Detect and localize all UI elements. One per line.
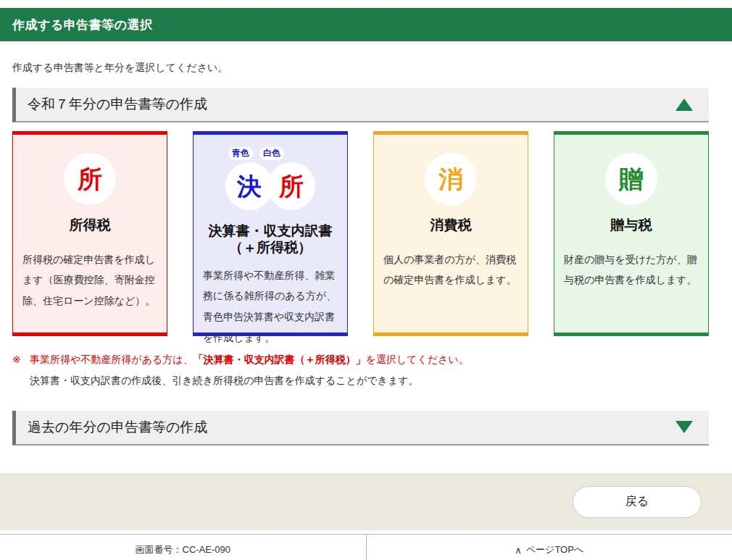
page-top-label: ページTOPへ	[526, 543, 583, 556]
section-header-current-year[interactable]: 令和７年分の申告書等の作成	[12, 88, 709, 122]
white-return-label: 白色	[259, 147, 284, 160]
card-income-tax[interactable]: 所 所得税 所得税の確定申告書を作成します（医療費控除、寄附金控除、住宅ローン控…	[12, 131, 167, 336]
card-consumption-tax[interactable]: 消 消費税 個人の事業者の方が、消費税の確定申告書を作成します。	[373, 131, 528, 336]
tax-card-row: 所 所得税 所得税の確定申告書を作成します（医療費控除、寄附金控除、住宅ローン控…	[12, 131, 709, 336]
consumption-tax-title: 消費税	[374, 217, 528, 234]
note-line1-pre: 事業所得や不動産所得がある方は、	[30, 354, 194, 365]
section-title-past-years: 過去の年分の申告書等の作成	[28, 418, 207, 437]
page-title: 作成する申告書等の選択	[12, 17, 153, 33]
expand-triangle-icon	[675, 421, 693, 433]
note-line1: ※ 事業所得や不動産所得がある方は、「決算書・収支内訳書（＋所得税）」を選択して…	[12, 351, 709, 369]
filing-type-labels: 青色 白色	[228, 147, 284, 160]
section-header-past-years[interactable]: 過去の年分の申告書等の作成	[12, 411, 709, 446]
screen-number: 画面番号：CC-AE-090	[0, 535, 366, 560]
consumption-tax-badge-char: 消	[438, 167, 463, 191]
collapse-triangle-icon	[675, 99, 693, 111]
consumption-tax-description: 個人の事業者の方が、消費税の確定申告書を作成します。	[383, 249, 518, 291]
instruction-text: 作成する申告書等と年分を選択してください。	[12, 62, 709, 75]
blue-return-label: 青色	[228, 147, 253, 160]
note-marker: ※	[12, 351, 30, 369]
note-line1-post: を選択してください。	[366, 354, 469, 365]
financial-statements-badges: 青色 白色 決 所	[194, 143, 347, 219]
financial-statements-title: 決算書・収支内訳書 （＋所得税）	[194, 223, 347, 256]
income-tax-description: 所得税の確定申告書を作成します（医療費控除、寄附金控除、住宅ローン控除など）。	[22, 249, 157, 312]
note-line1-text: 事業所得や不動産所得がある方は、「決算書・収支内訳書（＋所得税）」を選択してくだ…	[30, 351, 469, 369]
main-content: 作成する申告書等と年分を選択してください。 令和７年分の申告書等の作成 所 所得…	[12, 62, 709, 446]
income-tax-badge-circle: 所	[64, 153, 116, 205]
card-gift-tax[interactable]: 贈 贈与税 財産の贈与を受けた方が、贈与税の申告書を作成します。	[554, 131, 709, 336]
financial-statements-title-line1: 決算書・収支内訳書	[194, 223, 347, 240]
financial-statements-description: 事業所得や不動産所得、雑業務に係る雑所得のある方が、青色申告決算書や収支内訳書を…	[203, 265, 338, 348]
statements-badge-circle: 決	[225, 162, 273, 210]
income-tax-badge-char: 所	[78, 167, 102, 191]
caret-up-icon: ∧	[515, 545, 522, 556]
income-tax-title: 所得税	[13, 217, 167, 234]
gift-tax-description: 財産の贈与を受けた方が、贈与税の申告書を作成します。	[564, 249, 699, 291]
footer: 画面番号：CC-AE-090 ∧ ページTOPへ	[0, 534, 732, 560]
financial-statements-title-line2: （＋所得税）	[194, 240, 347, 256]
income-badge-char: 所	[279, 174, 304, 198]
card-financial-statements[interactable]: 青色 白色 決 所 決算書・収支内訳書 （＋所得税） 事業所得や不動産所得、雑業…	[193, 131, 348, 336]
note-line1-bold: 「決算書・収支内訳書（＋所得税）」	[194, 354, 366, 365]
bottom-action-bar: 戻る	[0, 473, 732, 530]
back-button[interactable]: 戻る	[573, 486, 702, 518]
section-title-current-year: 令和７年分の申告書等の作成	[28, 95, 207, 114]
gift-tax-title: 贈与税	[554, 217, 708, 234]
page-title-bar: 作成する申告書等の選択	[0, 8, 732, 41]
note-line2: 決算書・収支内訳書の作成後、引き続き所得税の申告書を作成することができます。	[30, 372, 709, 390]
statements-badge-char: 決	[237, 174, 262, 198]
consumption-tax-badge-circle: 消	[425, 153, 477, 205]
gift-tax-badge-circle: 贈	[605, 153, 657, 205]
page-top-link[interactable]: ∧ ページTOPへ	[515, 543, 583, 556]
note-block: ※ 事業所得や不動産所得がある方は、「決算書・収支内訳書（＋所得税）」を選択して…	[12, 351, 709, 390]
gift-tax-badge-char: 贈	[619, 167, 644, 191]
income-badge-circle: 所	[267, 162, 315, 210]
